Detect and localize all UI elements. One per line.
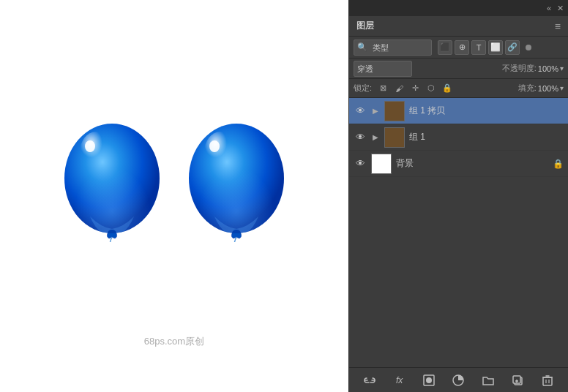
layer-name-background: 背景 <box>396 157 548 170</box>
layer-name-group1: 组 1 <box>409 131 564 143</box>
new-layer-btn[interactable] <box>509 372 526 389</box>
blend-opacity-toolbar: 穿透 正常 溶解 正片叠底 不透明度: 100% ▾ <box>349 59 568 79</box>
delete-layer-btn[interactable] <box>539 372 556 389</box>
filter-type-select[interactable]: 类型 <box>370 39 428 56</box>
layers-panel: « ✕ 图层 ≡ 🔍 类型 ⬛ ⊕ T ⬜ 🔗 穿透 正常 溶解 正片叠底 <box>348 0 568 392</box>
balloon-2 <box>185 121 288 242</box>
pixel-filter-btn[interactable]: ⬛ <box>438 40 452 55</box>
filter-active-indicator <box>526 45 531 50</box>
fill-value[interactable]: 100% <box>538 84 558 93</box>
svg-point-9 <box>204 132 236 173</box>
opacity-label: 不透明度: <box>502 63 537 74</box>
link-layers-btn[interactable] <box>361 372 378 389</box>
adjustment-icon <box>452 374 464 386</box>
lock-paint-btn[interactable]: 🖌 <box>392 82 406 95</box>
filter-icons-group: ⬛ ⊕ T ⬜ 🔗 <box>438 40 520 55</box>
filter-toolbar: 🔍 类型 ⬛ ⊕ T ⬜ 🔗 <box>349 37 568 59</box>
adjust-filter-btn[interactable]: ⊕ <box>455 40 469 55</box>
fill-label: 填充: <box>518 83 537 94</box>
panel-header: 图层 ≡ <box>349 16 568 37</box>
balloon-1 <box>61 121 163 242</box>
new-layer-icon <box>512 374 523 386</box>
add-mask-btn[interactable] <box>420 372 438 389</box>
fx-icon: fx <box>396 375 403 385</box>
panel-title: 图层 <box>356 20 374 32</box>
layer-thumb-group1 <box>384 127 405 148</box>
close-panel-btn[interactable]: ✕ <box>557 4 564 13</box>
svg-point-2 <box>64 124 160 233</box>
layer-visibility-group1[interactable]: 👁 <box>354 131 367 144</box>
panel-bottombar: fx <box>349 367 568 392</box>
lock-icons-group: ⊠ 🖌 ✛ ⬡ 🔒 <box>376 82 454 95</box>
lock-position-btn[interactable]: ✛ <box>408 82 422 95</box>
layer-expand-group1[interactable]: ▶ <box>371 133 380 142</box>
lock-pixels-btn[interactable]: ⊠ <box>376 82 389 95</box>
layer-thumb-group1-copy <box>384 101 405 121</box>
lock-fill-toolbar: 锁定: ⊠ 🖌 ✛ ⬡ 🔒 填充: 100% ▾ <box>349 79 568 98</box>
layer-expand-group1-copy[interactable]: ▶ <box>371 107 380 116</box>
watermark: 68ps.com原创 <box>144 335 204 348</box>
svg-point-10 <box>209 140 220 152</box>
layer-item-background[interactable]: 👁 背景 🔒 <box>349 151 568 177</box>
collapse-panels-btn[interactable]: « <box>547 4 551 12</box>
svg-point-13 <box>426 377 432 383</box>
opacity-chevron[interactable]: ▾ <box>560 64 564 72</box>
layers-list: 👁 ▶ 组 1 拷贝 👁 ▶ 组 1 👁 背景 🔒 <box>349 98 568 367</box>
balloons-container <box>61 121 288 242</box>
layer-item-group1[interactable]: 👁 ▶ 组 1 <box>349 124 568 151</box>
canvas-area: 68ps.com原创 <box>0 0 348 392</box>
trash-icon <box>542 374 553 386</box>
smart-filter-btn[interactable]: 🔗 <box>505 40 520 55</box>
lock-label: 锁定: <box>354 83 372 94</box>
fx-btn[interactable]: fx <box>391 372 408 389</box>
blend-mode-select[interactable]: 穿透 正常 溶解 正片叠底 <box>354 61 412 77</box>
panel-topbar: « ✕ <box>349 0 568 16</box>
layer-visibility-group1-copy[interactable]: 👁 <box>354 105 367 118</box>
shape-filter-btn[interactable]: ⬜ <box>488 40 503 55</box>
balloon-svg-1 <box>61 121 163 242</box>
fill-control: 填充: 100% ▾ <box>518 83 564 94</box>
panel-menu-icon[interactable]: ≡ <box>555 20 561 32</box>
svg-point-4 <box>85 140 95 152</box>
lock-all-btn[interactable]: 🔒 <box>441 82 454 95</box>
layer-thumb-background <box>371 154 392 174</box>
layer-visibility-background[interactable]: 👁 <box>354 157 367 170</box>
new-group-btn[interactable] <box>479 372 497 389</box>
layer-item-group1-copy[interactable]: 👁 ▶ 组 1 拷贝 <box>349 98 568 124</box>
lock-artboard-btn[interactable]: ⬡ <box>425 82 438 95</box>
text-filter-btn[interactable]: T <box>471 40 486 55</box>
opacity-value[interactable]: 100% <box>538 64 558 73</box>
mask-icon <box>423 374 435 386</box>
balloon-svg-2 <box>185 121 288 242</box>
search-filter-area[interactable]: 🔍 类型 <box>354 39 432 56</box>
link-icon <box>363 375 376 385</box>
fill-chevron[interactable]: ▾ <box>560 84 564 92</box>
svg-point-3 <box>80 132 112 173</box>
svg-point-8 <box>189 124 284 233</box>
svg-rect-19 <box>543 377 552 385</box>
opacity-control: 不透明度: 100% ▾ <box>502 63 564 74</box>
layer-name-group1-copy: 组 1 拷贝 <box>409 105 564 117</box>
folder-icon <box>482 374 494 386</box>
search-icon: 🔍 <box>357 42 367 52</box>
layer-lock-icon-background: 🔒 <box>553 159 564 169</box>
add-adjustment-btn[interactable] <box>449 372 467 389</box>
